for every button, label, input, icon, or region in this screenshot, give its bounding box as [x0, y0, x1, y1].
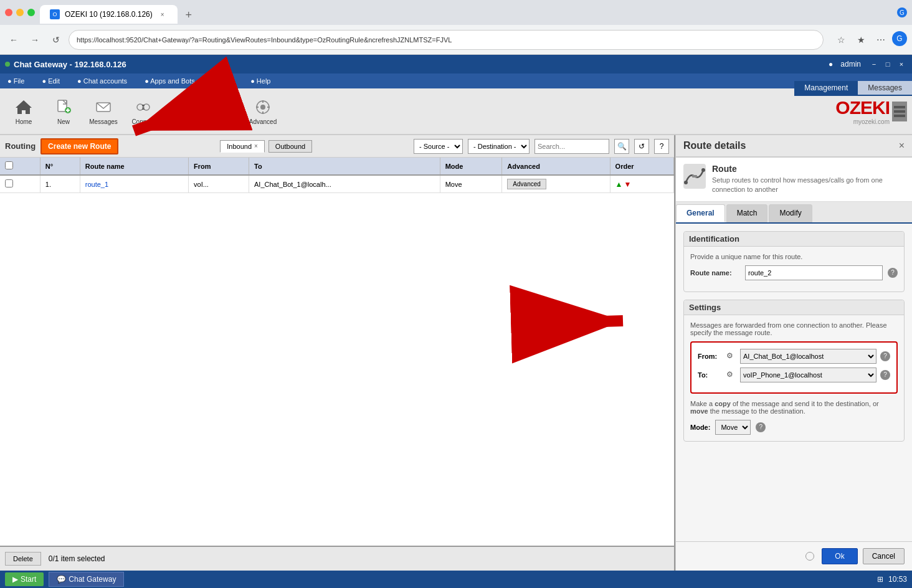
url-text: https://localhost:9520/Chat+Gateway/?a=R…: [77, 36, 815, 44]
refresh-btn[interactable]: ↺: [634, 139, 649, 154]
inbound-close[interactable]: ×: [254, 143, 258, 149]
app-minimize-btn[interactable]: −: [868, 59, 880, 70]
home-btn[interactable]: Home: [5, 91, 42, 131]
ok-btn[interactable]: Ok: [822, 548, 857, 564]
refresh-btn[interactable]: ↺: [47, 31, 65, 49]
svg-point-17: [215, 110, 217, 113]
create-route-btn[interactable]: Create new Route: [40, 138, 118, 154]
status-dot: [5, 62, 10, 67]
route-desc: Setup routes to control how messages/cal…: [712, 176, 905, 195]
tab-match[interactable]: Match: [726, 204, 768, 222]
messages-btn[interactable]: Messages: [85, 91, 122, 131]
new-label: New: [57, 118, 70, 125]
tab-general[interactable]: General: [676, 204, 725, 222]
apps-btn[interactable]: Apps: [164, 91, 202, 131]
row-advanced[interactable]: Advanced: [502, 175, 610, 193]
search-input[interactable]: [534, 139, 609, 154]
advanced-row-btn[interactable]: Advanced: [507, 179, 546, 189]
chat-gw-icon: 💬: [57, 575, 66, 584]
to-gear-icon: ⚙: [726, 370, 736, 380]
col-number: N°: [40, 158, 80, 175]
svg-rect-16: [184, 108, 190, 114]
status-bar: ▶ Start 💬 Chat Gateway ⊞ 10:53: [0, 571, 912, 588]
source-filter[interactable]: - Source -: [414, 139, 463, 154]
browser-tab[interactable]: O OZEKI 10 (192.168.0.126) ×: [40, 5, 178, 24]
back-btn[interactable]: ←: [5, 31, 22, 49]
col-mode: Mode: [440, 158, 502, 175]
row-checkbox[interactable]: [0, 175, 40, 193]
advanced-btn[interactable]: Advanced: [244, 91, 282, 131]
tab-modify[interactable]: Modify: [769, 204, 812, 222]
menu-view[interactable]: ● View: [209, 76, 237, 86]
outbound-tab[interactable]: Outbound: [268, 140, 312, 153]
inbound-tab[interactable]: Inbound ×: [220, 140, 265, 153]
ozeki-logo-sub: myozeki.com: [853, 118, 890, 125]
order-down-btn[interactable]: ▼: [624, 180, 631, 189]
route-info: Route Setup routes to control how messag…: [676, 158, 912, 202]
cancel-btn[interactable]: Cancel: [863, 548, 905, 564]
from-help[interactable]: ?: [880, 351, 890, 361]
route-icon: [683, 164, 706, 189]
bookmark-btn[interactable]: ☆: [832, 31, 850, 49]
route-info-text: Route Setup routes to control how messag…: [712, 164, 905, 195]
destination-filter[interactable]: - Destination -: [468, 139, 530, 154]
bookmark-saved-btn[interactable]: ★: [852, 31, 870, 49]
tab-close-btn[interactable]: ×: [158, 9, 168, 19]
forward-btn[interactable]: →: [26, 31, 44, 49]
start-label: Start: [21, 575, 36, 584]
messages-tab[interactable]: Messages: [858, 81, 912, 95]
mode-help[interactable]: ?: [756, 422, 766, 432]
copy-move-desc: Make a copy of the message and send it t…: [690, 400, 898, 415]
row-route-name[interactable]: route_1: [80, 175, 188, 193]
route-details-panel: Route details × Route: [675, 135, 912, 571]
menu-chat-accounts[interactable]: ● Chat accounts: [74, 76, 131, 86]
help-btn[interactable]: ?: [654, 139, 669, 154]
panel-close-btn[interactable]: ×: [899, 140, 905, 151]
to-help[interactable]: ?: [880, 370, 890, 380]
new-btn[interactable]: New: [45, 91, 82, 131]
svg-point-26: [701, 168, 705, 172]
panel-content: Identification Provide a unique name for…: [676, 224, 912, 541]
ozeki-logo-text: OZEKI: [835, 97, 890, 118]
monitor-icon: ⊞: [877, 575, 883, 584]
route-name-input[interactable]: [745, 265, 883, 280]
new-tab-btn[interactable]: +: [180, 6, 197, 24]
app-close-btn[interactable]: ×: [896, 59, 907, 70]
menu-apps-bots[interactable]: ● Apps and Bots: [141, 76, 199, 86]
panel-footer: Ok Cancel: [676, 541, 912, 571]
route-name-link[interactable]: route_1: [85, 181, 108, 188]
routes-btn[interactable]: Routes: [204, 91, 242, 131]
start-btn[interactable]: ▶ Start: [5, 572, 44, 586]
connect-btn[interactable]: Connect: [125, 91, 162, 131]
menu-help[interactable]: ● Help: [247, 76, 274, 86]
to-select[interactable]: voIP_Phone_1@localhost: [740, 368, 876, 382]
tab-title: OZEKI 10 (192.168.0.126): [65, 10, 153, 19]
routing-toolbar: Routing Create new Route Inbound × Outbo…: [0, 135, 674, 158]
route-name-help[interactable]: ?: [888, 268, 898, 278]
col-to: To: [249, 158, 440, 175]
more-btn[interactable]: ⋯: [872, 31, 890, 49]
identification-section: Identification Provide a unique name for…: [683, 231, 905, 292]
from-to-box: From: ⚙ AI_Chat_Bot_1@localhost ? To: ⚙ …: [690, 341, 898, 394]
select-all-checkbox[interactable]: [5, 161, 13, 169]
mode-select[interactable]: MoveCopy: [715, 420, 751, 435]
profile-icon[interactable]: G: [897, 7, 907, 17]
delete-btn[interactable]: Delete: [5, 552, 41, 566]
row-number: 1.: [40, 175, 80, 193]
svg-rect-27: [692, 175, 697, 178]
chrome-profile[interactable]: G: [892, 31, 907, 46]
management-tab[interactable]: Management: [794, 81, 858, 95]
settings-desc: Messages are forwarded from one connecti…: [690, 321, 898, 336]
menu-edit[interactable]: ● Edit: [38, 76, 64, 86]
panel-header: Route details ×: [676, 135, 912, 158]
order-up-btn[interactable]: ▲: [615, 180, 623, 189]
address-bar[interactable]: https://localhost:9520/Chat+Gateway/?a=R…: [69, 30, 824, 50]
app-maximize-btn[interactable]: □: [882, 59, 893, 70]
chat-gateway-btn[interactable]: 💬 Chat Gateway: [49, 572, 124, 587]
panel-title: Route details: [683, 140, 746, 151]
search-btn[interactable]: 🔍: [614, 139, 629, 154]
row-select-checkbox[interactable]: [5, 179, 13, 187]
admin-label: ●: [829, 60, 833, 69]
menu-file[interactable]: ● File: [4, 76, 28, 86]
from-select[interactable]: AI_Chat_Bot_1@localhost: [740, 349, 876, 364]
